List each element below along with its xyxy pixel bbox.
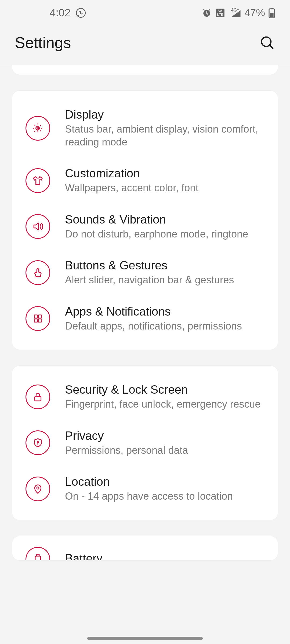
settings-item-privacy[interactable]: Privacy Permissions, personal data [12, 420, 278, 466]
svg-text:Vo: Vo [218, 9, 222, 13]
speaker-icon [26, 214, 50, 239]
svg-rect-12 [34, 315, 38, 318]
battery-percent: 47% [245, 7, 265, 19]
settings-item-title: Display [65, 108, 264, 121]
settings-item-title: Location [65, 475, 264, 488]
search-icon [260, 35, 275, 50]
svg-rect-7 [271, 8, 273, 9]
svg-rect-13 [38, 315, 42, 318]
svg-rect-14 [34, 319, 38, 322]
battery-icon [268, 8, 275, 18]
settings-item-customization[interactable]: Customization Wallpapers, accent color, … [12, 158, 278, 204]
settings-item-subtitle: Fingerprint, face unlock, emergency resc… [65, 398, 264, 411]
settings-item-sounds[interactable]: Sounds & Vibration Do not disturb, earph… [12, 204, 278, 250]
settings-item-subtitle: Permissions, personal data [65, 444, 264, 457]
signal-4g-icon: 4G⁺ [229, 8, 241, 18]
settings-item-subtitle: On - 14 apps have access to location [65, 490, 264, 503]
settings-item-display[interactable]: Display Status bar, ambient display, vis… [12, 99, 278, 158]
svg-text:4G⁺: 4G⁺ [231, 8, 239, 12]
status-bar: 4:02 VoLTE 4G⁺ 47% [0, 0, 290, 25]
settings-group-battery: Battery [12, 536, 278, 560]
svg-rect-19 [35, 556, 41, 560]
apps-grid-icon [26, 306, 50, 331]
svg-rect-8 [270, 13, 273, 17]
volte-icon: VoLTE [215, 8, 225, 18]
settings-item-battery[interactable]: Battery [12, 541, 278, 560]
app-header: Settings [0, 25, 290, 65]
settings-item-security[interactable]: Security & Lock Screen Fingerprint, face… [12, 374, 278, 420]
page-title: Settings [15, 34, 71, 52]
location-pin-icon [26, 477, 50, 501]
settings-item-title: Customization [65, 167, 264, 180]
settings-item-title: Privacy [65, 429, 264, 442]
settings-item-title: Apps & Notifications [65, 305, 264, 318]
settings-item-subtitle: Wallpapers, accent color, font [65, 182, 264, 195]
svg-text:LTE: LTE [217, 13, 223, 17]
brightness-icon [26, 116, 50, 141]
settings-item-title: Buttons & Gestures [65, 259, 264, 272]
svg-rect-20 [37, 555, 39, 556]
alarm-icon [202, 8, 212, 18]
svg-line-10 [270, 45, 273, 48]
settings-item-title: Battery [65, 552, 264, 560]
settings-item-subtitle: Default apps, notifications, permissions [65, 320, 264, 333]
settings-item-subtitle: Do not disturb, earphone mode, ringtone [65, 228, 264, 241]
status-time: 4:02 [50, 7, 71, 19]
touch-icon [26, 260, 50, 285]
settings-item-title: Security & Lock Screen [65, 383, 264, 396]
settings-item-title: Sounds & Vibration [65, 213, 264, 226]
status-right: VoLTE 4G⁺ 47% [202, 7, 275, 19]
svg-point-18 [37, 487, 39, 489]
lock-icon [26, 385, 50, 409]
search-button[interactable] [259, 35, 275, 51]
status-left: 4:02 [50, 7, 86, 19]
battery-item-icon [26, 547, 50, 560]
nav-handle[interactable] [87, 637, 203, 640]
svg-rect-15 [38, 319, 42, 322]
shield-icon [26, 430, 50, 455]
whatsapp-icon [75, 8, 86, 18]
settings-item-subtitle: Alert slider, navigation bar & gestures [65, 274, 264, 287]
settings-item-apps[interactable]: Apps & Notifications Default apps, notif… [12, 296, 278, 342]
shirt-icon [26, 168, 50, 193]
settings-group-display: Display Status bar, ambient display, vis… [12, 91, 278, 350]
settings-item-buttons[interactable]: Buttons & Gestures Alert slider, navigat… [12, 250, 278, 296]
settings-item-location[interactable]: Location On - 14 apps have access to loc… [12, 466, 278, 512]
settings-item-subtitle: Status bar, ambient display, vision comf… [65, 123, 264, 148]
svg-rect-16 [35, 396, 41, 401]
settings-group-security: Security & Lock Screen Fingerprint, face… [12, 366, 278, 520]
previous-group-card [12, 65, 278, 75]
